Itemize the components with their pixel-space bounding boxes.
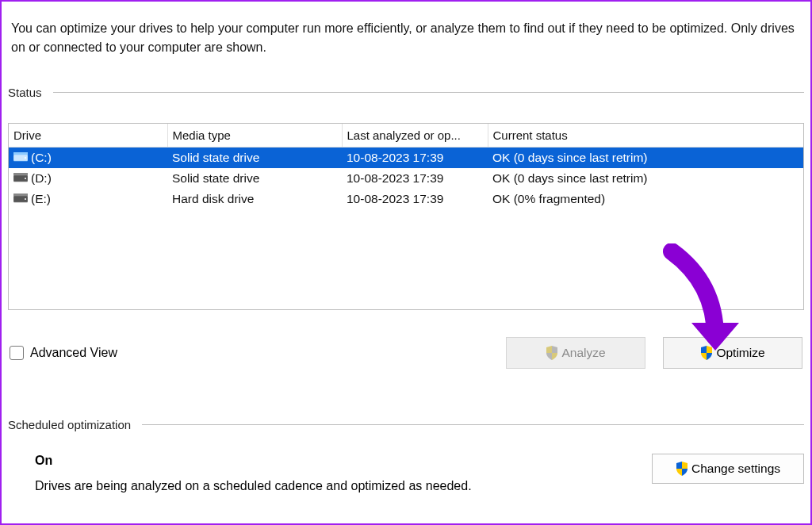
analyze-button-label: Analyze [561,346,605,360]
svg-rect-4 [13,173,28,175]
drive-label: (D:) [31,171,52,186]
divider [142,424,804,425]
status-label-text: Status [8,86,42,99]
advanced-view-checkbox[interactable]: Advanced View [10,346,117,360]
scheduled-label-text: Scheduled optimization [8,418,131,431]
analyze-button: Analyze [506,337,645,369]
svg-rect-7 [13,194,28,196]
col-header-status[interactable]: Current status [488,124,803,148]
cell-last: 10-08-2023 17:39 [342,189,488,209]
cell-status: OK (0% fragmented) [488,189,803,209]
advanced-view-checkbox-input[interactable] [10,346,24,360]
cell-status: OK (0 days since last retrim) [488,148,803,169]
shield-icon [676,462,688,476]
optimize-button-label: Optimize [716,346,764,360]
scheduled-state: On [35,454,472,468]
cell-media: Hard disk drive [167,189,342,209]
change-settings-label: Change settings [691,462,780,476]
col-header-drive[interactable]: Drive [9,124,167,148]
table-row[interactable]: (C:) Solid state drive 10-08-2023 17:39 … [9,148,803,169]
divider [53,92,804,93]
drive-icon [13,192,28,206]
status-section-label: Status [8,86,804,99]
col-header-media[interactable]: Media type [167,124,342,148]
svg-point-2 [25,157,26,159]
svg-rect-1 [13,152,28,155]
drive-table-container: Drive Media type Last analyzed or op... … [8,123,804,310]
drive-icon [13,171,28,186]
cell-drive: (C:) [9,148,167,169]
cell-media: Solid state drive [167,168,342,189]
cell-last: 10-08-2023 17:39 [342,148,488,169]
drive-table[interactable]: Drive Media type Last analyzed or op... … [9,124,803,209]
drive-icon [13,151,28,165]
cell-status: OK (0 days since last retrim) [488,168,803,189]
shield-icon [700,346,713,360]
cell-drive: (D:) [9,168,167,189]
scheduled-description: Drives are being analyzed on a scheduled… [35,479,472,493]
advanced-view-label: Advanced View [30,346,117,360]
cell-media: Solid state drive [167,148,342,169]
optimize-button[interactable]: Optimize [663,337,802,369]
svg-point-8 [25,198,26,200]
cell-drive: (E:) [9,189,167,209]
shield-icon [546,346,558,360]
scheduled-section-label: Scheduled optimization [8,418,804,431]
table-row[interactable]: (E:) Hard disk drive 10-08-2023 17:39 OK… [9,189,803,209]
cell-last: 10-08-2023 17:39 [342,168,488,189]
table-row[interactable]: (D:) Solid state drive 10-08-2023 17:39 … [9,168,803,189]
change-settings-button[interactable]: Change settings [652,454,804,484]
col-header-last[interactable]: Last analyzed or op... [342,124,488,148]
drive-label: (C:) [31,151,52,165]
intro-text: You can optimize your drives to help you… [8,8,804,63]
drive-label: (E:) [31,192,51,206]
svg-point-5 [25,178,26,179]
